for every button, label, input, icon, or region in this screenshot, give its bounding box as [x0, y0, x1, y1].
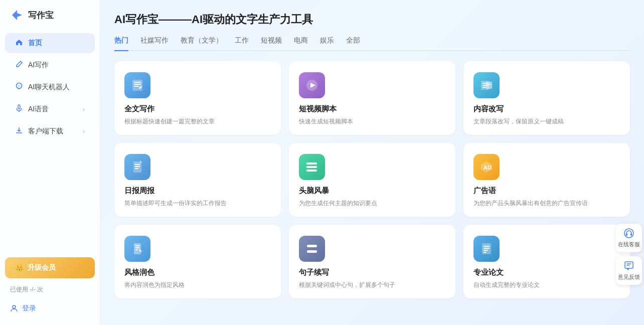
main-content: AI写作宝———AI驱动的文字生产力工具 热门 社媒写作 教育（文学） 工作 短…: [100, 0, 644, 325]
upgrade-label: 升级会员: [28, 263, 56, 272]
paper-title: 专业论文: [473, 268, 620, 277]
short-video-title: 短视频脚本: [299, 104, 445, 114]
card-continue[interactable]: 句子续写 根据关键词或中心句，扩展多个句子: [289, 225, 455, 298]
short-video-desc: 快速生成短视频脚本: [299, 117, 445, 126]
style-title: 风格润色: [124, 268, 271, 277]
customer-service-button[interactable]: 在线客服: [616, 224, 642, 252]
svg-rect-35: [307, 250, 317, 253]
svg-rect-42: [626, 233, 627, 236]
svg-point-2: [18, 85, 20, 87]
svg-rect-31: [135, 245, 139, 246]
svg-rect-22: [307, 162, 317, 165]
svg-rect-19: [135, 164, 140, 165]
chevron-right-icon: ›: [83, 106, 85, 113]
adslogan-icon: AD: [473, 154, 500, 180]
pen-icon: [15, 60, 23, 70]
tab-video[interactable]: 短视频: [261, 36, 282, 51]
adslogan-title: 广告语: [473, 186, 620, 196]
sidebar-item-home-label: 首页: [28, 39, 42, 48]
svg-rect-21: [135, 168, 138, 169]
tab-social[interactable]: 社媒写作: [140, 36, 169, 51]
usage-text: 已使用 -/- 次: [5, 285, 95, 294]
brainstorm-desc: 为您生成任何主题的知识要点: [299, 199, 445, 208]
card-full-writing[interactable]: 全文写作 根据标题快速创建一篇完整的文章: [114, 61, 281, 135]
paper-icon: [473, 236, 500, 262]
svg-rect-24: [307, 170, 317, 172]
card-style[interactable]: 风格润色 将内容润色为指定风格: [114, 225, 281, 298]
rewrite-title: 内容改写: [473, 104, 620, 114]
short-video-icon: [299, 72, 325, 98]
svg-rect-32: [135, 247, 139, 248]
sidebar-item-ai-writing[interactable]: AI写作: [5, 55, 95, 75]
card-paper[interactable]: 专业论文 自动生成完整的专业论文: [463, 225, 630, 298]
tab-all[interactable]: 全部: [346, 36, 360, 51]
tab-hot[interactable]: 热门: [114, 36, 128, 51]
upgrade-button[interactable]: 👑 升级会员: [5, 257, 95, 278]
adslogan-desc: 为您的产品头脑风暴出有创意的广告宣传语: [473, 199, 620, 208]
svg-rect-38: [484, 248, 490, 249]
tab-entertainment[interactable]: 娱乐: [320, 36, 334, 51]
card-brainstorm[interactable]: 头脑风暴 为您生成任何主题的知识要点: [289, 143, 455, 217]
feedback-label: 意见反馈: [618, 273, 640, 281]
svg-rect-40: [484, 252, 487, 253]
card-report[interactable]: 日报周报 简单描述即可生成一份详实的工作报告: [114, 143, 281, 217]
svg-rect-34: [307, 245, 317, 247]
svg-rect-39: [484, 250, 488, 251]
chevron-right-icon-2: ›: [83, 128, 85, 135]
card-adslogan[interactable]: AD 广告语 为您的产品头脑风暴出有创意的广告宣传语: [463, 143, 630, 217]
svg-rect-15: [482, 87, 486, 88]
svg-point-27: [306, 170, 308, 172]
svg-rect-30: [134, 243, 141, 254]
svg-rect-8: [134, 84, 141, 85]
user-icon: [10, 304, 18, 312]
sidebar-item-ai-writing-label: AI写作: [28, 61, 49, 70]
sidebar-item-ai-voice-label: AI语音: [28, 105, 49, 114]
svg-rect-43: [630, 233, 632, 236]
feedback-icon: [623, 260, 634, 271]
svg-rect-17: [488, 84, 491, 85]
feedback-button[interactable]: 意见反馈: [616, 256, 642, 285]
sidebar-item-ai-voice[interactable]: AI语音 ›: [5, 99, 95, 119]
headset-icon: [623, 228, 634, 239]
svg-rect-20: [135, 166, 140, 167]
rewrite-icon: [473, 72, 500, 98]
tab-ecommerce[interactable]: 电商: [294, 36, 308, 51]
full-writing-title: 全文写作: [124, 104, 271, 114]
svg-rect-3: [18, 105, 20, 109]
svg-point-5: [13, 305, 16, 308]
style-desc: 将内容润色为指定风格: [124, 280, 271, 289]
sidebar-item-download[interactable]: 客户端下载 ›: [5, 121, 95, 141]
login-button[interactable]: 登录: [5, 300, 95, 317]
svg-rect-9: [134, 86, 139, 87]
sidebar: 写作宝 首页 AI写作 AI聊天机器人 AI语音 › 客户端下载 ›: [0, 0, 100, 325]
sidebar-bottom: 👑 升级会员 已使用 -/- 次 登录: [0, 257, 100, 317]
sidebar-item-ai-chat-label: AI聊天机器人: [28, 83, 70, 92]
svg-marker-0: [12, 10, 22, 20]
customer-service-label: 在线客服: [618, 241, 640, 248]
full-writing-desc: 根据标题快速创建一篇完整的文章: [124, 117, 271, 126]
svg-point-41: [624, 229, 633, 238]
card-short-video[interactable]: 短视频脚本 快速生成短视频脚本: [289, 61, 455, 135]
tabs-bar: 热门 社媒写作 教育（文学） 工作 短视频 电商 娱乐 全部: [114, 36, 630, 51]
download-icon: [15, 126, 23, 136]
card-rewrite[interactable]: 内容改写 文章段落改写，保留原义一键成稿: [463, 61, 630, 135]
paper-desc: 自动生成完整的专业论文: [473, 280, 620, 289]
float-buttons: 在线客服 意见反馈: [616, 224, 644, 285]
style-icon: [124, 236, 150, 262]
crown-icon: 👑: [15, 264, 24, 272]
brainstorm-icon: [299, 154, 325, 180]
report-icon: [124, 154, 150, 180]
sidebar-item-home[interactable]: 首页: [5, 33, 95, 53]
continue-desc: 根据关键词或中心句，扩展多个句子: [299, 280, 445, 289]
tab-edu[interactable]: 教育（文学）: [181, 36, 223, 51]
brainstorm-title: 头脑风暴: [299, 186, 445, 196]
rewrite-desc: 文章段落改写，保留原义一键成稿: [473, 117, 620, 126]
tab-work[interactable]: 工作: [235, 36, 249, 51]
svg-rect-16: [486, 82, 492, 89]
svg-point-26: [306, 166, 308, 168]
sidebar-item-ai-chat[interactable]: AI聊天机器人: [5, 77, 95, 97]
svg-point-25: [306, 162, 308, 165]
svg-rect-37: [484, 246, 490, 247]
sidebar-item-download-label: 客户端下载: [28, 127, 63, 136]
report-desc: 简单描述即可生成一份详实的工作报告: [124, 199, 271, 208]
